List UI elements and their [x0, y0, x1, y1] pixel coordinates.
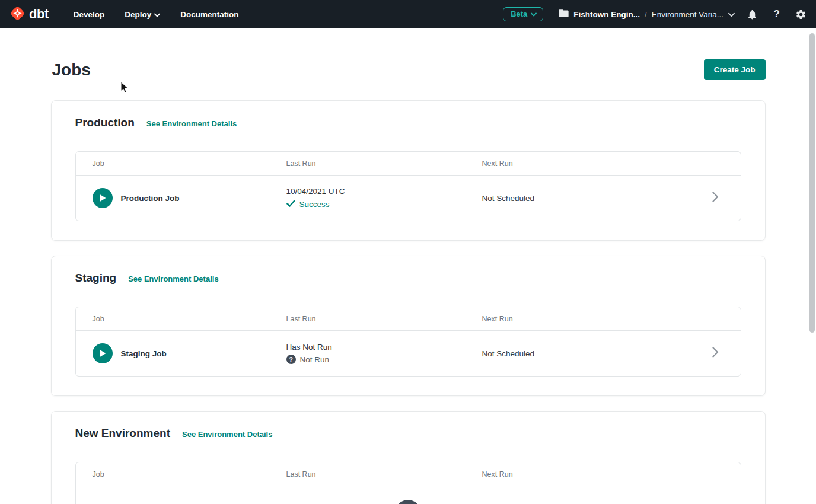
environment-card-production: Production See Environment Details Job L…	[51, 100, 766, 241]
nav-deploy[interactable]: Deploy	[125, 10, 160, 19]
play-icon	[99, 349, 107, 358]
folder-icon	[559, 9, 569, 20]
breadcrumb[interactable]: Fishtown Engin... / Environment Varia...	[559, 9, 735, 20]
next-run-value: Not Scheduled	[482, 194, 712, 203]
question-circle-icon: ?	[395, 500, 421, 504]
question-circle-icon: ?	[286, 355, 296, 364]
status-badge: Not Run	[300, 355, 330, 364]
column-header-last-run: Last Run	[286, 315, 482, 323]
jobs-table: Job Last Run Next Run Staging Job Has No…	[75, 307, 741, 377]
nav-develop-label: Develop	[74, 10, 105, 19]
see-environment-details-link[interactable]: See Environment Details	[182, 430, 272, 439]
column-header-last-run: Last Run	[286, 160, 482, 168]
row-details-button[interactable]	[712, 347, 741, 360]
breadcrumb-separator: /	[645, 10, 647, 19]
jobs-table: Job Last Run Next Run ?	[75, 462, 741, 504]
top-navbar: dbt Develop Deploy Documentation Beta	[0, 0, 816, 28]
column-header-last-run: Last Run	[286, 470, 482, 479]
settings-button[interactable]	[794, 8, 808, 21]
success-check-icon	[286, 199, 295, 209]
bell-icon	[747, 9, 758, 20]
beta-label: Beta	[511, 9, 527, 18]
help-button[interactable]: ?	[770, 8, 783, 21]
environment-name: New Environment	[75, 427, 170, 440]
run-job-button[interactable]	[93, 188, 113, 208]
nav-deploy-label: Deploy	[125, 10, 151, 19]
scrollbar-track[interactable]	[808, 28, 816, 504]
notifications-button[interactable]	[745, 8, 759, 21]
nav-documentation-label: Documentation	[180, 10, 238, 19]
column-header-job: Job	[93, 160, 286, 168]
job-row[interactable]: Production Job 10/04/2021 UTC Success No…	[76, 176, 741, 221]
run-job-button[interactable]	[93, 343, 113, 363]
nav-documentation[interactable]: Documentation	[180, 10, 238, 19]
row-details-button[interactable]	[712, 192, 741, 205]
page-title: Jobs	[52, 60, 91, 79]
scrollbar-thumb[interactable]	[809, 33, 815, 333]
last-run-date: 10/04/2021 UTC	[286, 187, 482, 196]
create-job-button[interactable]: Create Job	[704, 59, 766, 80]
environment-name: Staging	[75, 272, 117, 285]
last-run-date: Has Not Run	[286, 343, 482, 352]
chevron-right-icon	[712, 192, 719, 205]
brand-text: dbt	[29, 7, 49, 22]
chevron-down-icon	[728, 9, 735, 20]
svg-text:?: ?	[773, 9, 780, 20]
environment-card-staging: Staging See Environment Details Job Last…	[51, 256, 766, 396]
jobs-table: Job Last Run Next Run Production Job 10/…	[75, 151, 741, 221]
chevron-right-icon	[712, 347, 719, 360]
play-icon	[99, 194, 107, 202]
column-header-next-run: Next Run	[482, 470, 712, 479]
beta-dropdown[interactable]: Beta	[503, 7, 543, 21]
column-header-next-run: Next Run	[482, 160, 712, 168]
status-badge: Success	[299, 200, 330, 209]
dbt-logo-icon	[9, 5, 26, 24]
empty-jobs-state: ?	[76, 486, 741, 504]
column-header-job: Job	[93, 470, 286, 479]
chevron-down-icon	[531, 9, 537, 18]
nav-develop[interactable]: Develop	[74, 10, 105, 19]
environment-card-new-environment: New Environment See Environment Details …	[51, 411, 766, 504]
breadcrumb-project: Fishtown Engin...	[573, 10, 640, 19]
see-environment-details-link[interactable]: See Environment Details	[128, 275, 218, 283]
column-header-job: Job	[93, 315, 286, 323]
question-mark-icon: ?	[771, 9, 782, 20]
main-nav: Develop Deploy Documentation	[74, 10, 239, 19]
breadcrumb-page: Environment Varia...	[652, 10, 723, 19]
jobs-page: Jobs Create Job Production See Environme…	[51, 59, 766, 504]
chevron-down-icon	[154, 10, 160, 19]
next-run-value: Not Scheduled	[482, 349, 712, 358]
job-row[interactable]: Staging Job Has Not Run ? Not Run Not Sc…	[76, 331, 741, 376]
column-header-next-run: Next Run	[482, 315, 712, 323]
see-environment-details-link[interactable]: See Environment Details	[146, 119, 237, 128]
gear-icon	[795, 9, 807, 20]
job-name[interactable]: Production Job	[121, 194, 180, 203]
dbt-logo[interactable]: dbt	[9, 5, 49, 24]
job-name[interactable]: Staging Job	[121, 349, 167, 358]
environment-name: Production	[75, 116, 135, 129]
